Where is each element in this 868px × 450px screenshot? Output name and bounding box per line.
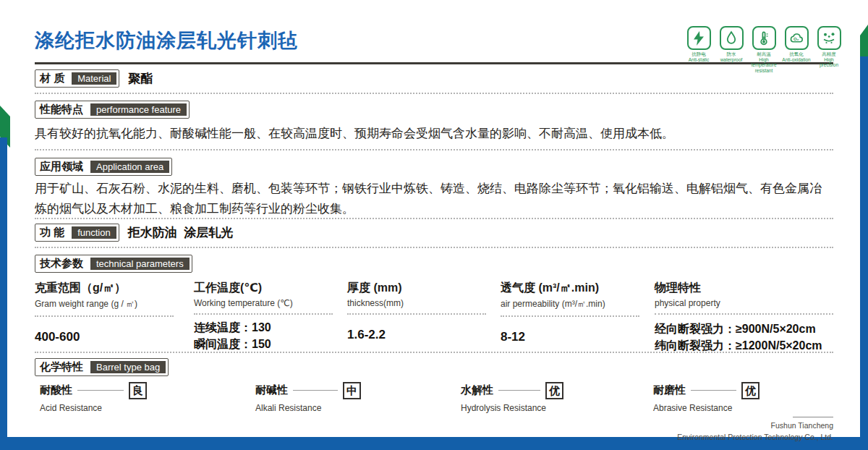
section-technical: 技术参数 technical parameters xyxy=(35,255,192,273)
tech-col-subtitle: air permeability (m³/㎡.min) xyxy=(501,298,639,310)
feature-anti-oxidation: O₂ 抗氧化 Anti-oxidation xyxy=(782,26,811,73)
chem-name-en: Acid Resistance xyxy=(40,403,147,413)
right-blue-stripe xyxy=(860,56,868,450)
page-title: 涤纶拒水防油涂层轧光针刺毡 xyxy=(35,27,298,54)
tech-col-working-temperature: 工作温度(℃) Working temperature (℃) 连续温度：130… xyxy=(194,281,333,352)
footer-company: Fushun Tiancheng Environmental Protectio… xyxy=(677,420,833,443)
chem-name-en: Abrasive Resistance xyxy=(653,403,760,413)
dotted-divider xyxy=(35,247,833,248)
tech-col-subtitle: thickness(mm) xyxy=(347,298,486,308)
material-label-en: Material xyxy=(72,72,116,85)
feature-label-zh: 抗静电 xyxy=(684,51,713,57)
tech-col-title: 工作温度(℃) xyxy=(194,281,333,296)
tech-col-air-permeability: 透气度 (m³/㎡.min) air permeability (m³/㎡.mi… xyxy=(501,281,639,347)
chemical-label-zh: 化学特性 xyxy=(38,360,85,374)
feature-waterproof: 防水 waterproof xyxy=(717,26,746,73)
dotted-divider xyxy=(194,313,333,315)
performance-label-en: performance feature xyxy=(90,103,187,116)
application-label: 应用领域 Application area xyxy=(35,158,172,176)
anti-static-icon xyxy=(687,26,711,50)
chem-connector-line xyxy=(293,390,338,391)
tech-col-values: 1.6-2.2 xyxy=(347,326,486,344)
chem-item-hydrolysis: 水解性 优 Hydrolysis Resistance xyxy=(461,382,563,413)
dotted-divider xyxy=(35,149,833,150)
tech-col-title: 物理特性 xyxy=(655,281,833,296)
tech-col-values: 400-600 xyxy=(35,328,174,347)
tech-value: 400-600 xyxy=(35,328,174,347)
footer-company-line1: Fushun Tiancheng xyxy=(677,420,833,432)
technical-label-zh: 技术参数 xyxy=(38,257,85,271)
tech-col-gram-weight: 克重范围（g/㎡） Gram weight range (g / ㎡) 400-… xyxy=(35,281,174,347)
chem-connector-line xyxy=(77,390,124,391)
tech-col-physical-property: 物理特性 physical property 经向断裂强力：≥900N/5×20… xyxy=(655,281,833,354)
tech-value: 1.6-2.2 xyxy=(347,326,486,344)
section-material: 材 质 Material 聚酯 xyxy=(35,69,153,88)
application-label-en: Application area xyxy=(90,161,169,173)
tech-col-values: 经向断裂强力：≥900N/5×20cm 纬向断裂强力：≥1200N/5×20cm xyxy=(655,320,833,354)
svg-text:O₂: O₂ xyxy=(793,36,799,41)
footer-company-line2: Environmental Protection Technology Co.,… xyxy=(677,432,833,443)
tech-col-thickness: 厚度 (mm) thickness(mm) 1.6-2.2 xyxy=(347,281,486,344)
chem-name: 耐碱性 xyxy=(255,383,288,397)
feature-label-en: Anti-oxidation xyxy=(782,57,811,62)
section-chemical: 化学特性 Barrel type bag xyxy=(35,358,169,376)
chem-name-en: Alkali Resistance xyxy=(255,403,361,413)
material-label: 材 质 Material xyxy=(35,69,119,88)
application-label-zh: 应用领域 xyxy=(38,160,85,174)
dotted-divider xyxy=(655,313,833,315)
performance-label: 性能特点 performance feature xyxy=(35,101,190,119)
feature-label-en: High temperature resistant xyxy=(749,57,778,73)
chem-name: 耐磨性 xyxy=(653,383,686,397)
material-label-zh: 材 质 xyxy=(38,72,67,85)
chemical-label: 化学特性 Barrel type bag xyxy=(35,358,169,376)
chem-name: 耐酸性 xyxy=(40,383,72,397)
feature-anti-static: 抗静电 Anti-static xyxy=(684,26,713,73)
chem-grade-badge: 优 xyxy=(545,382,563,399)
function-label-en: function xyxy=(72,226,116,239)
tech-col-values: 8-12 xyxy=(501,328,639,347)
chem-connector-line xyxy=(691,390,736,391)
dotted-divider xyxy=(35,352,833,353)
chem-item-abrasive: 耐磨性 优 Abrasive Resistance xyxy=(653,382,760,413)
left-blue-stripe xyxy=(0,137,7,450)
dotted-divider xyxy=(501,315,639,317)
chem-item-alkali: 耐碱性 中 Alkali Resistance xyxy=(255,382,361,413)
right-green-accent xyxy=(860,25,868,61)
tech-col-title: 厚度 (mm) xyxy=(347,281,486,296)
material-value: 聚酯 xyxy=(128,70,153,87)
high-precision-icon xyxy=(817,26,841,50)
feature-label-zh: 防水 xyxy=(717,51,746,57)
dotted-divider xyxy=(347,313,486,315)
tech-value: 经向断裂强力：≥900N/5×20cm xyxy=(655,320,833,337)
feature-label-en: waterproof xyxy=(717,57,746,62)
tech-value: 瞬间温度：150 xyxy=(194,336,333,352)
feature-label-en: Anti-static xyxy=(684,57,713,62)
section-performance: 性能特点 performance feature xyxy=(35,101,190,119)
high-temperature-icon xyxy=(752,26,776,50)
anti-oxidation-icon: O₂ xyxy=(785,26,809,50)
chem-grade-badge: 优 xyxy=(741,382,760,399)
section-function: 功 能 function 拒水防油 涂层轧光 xyxy=(35,224,233,242)
tech-col-title: 透气度 (m³/㎡.min) xyxy=(501,281,639,296)
function-label: 功 能 function xyxy=(35,224,119,242)
performance-text: 具有较好的抗氧化能力、耐酸碱性能一般、在较高温度时、预期寿命会受烟气含水量的影响… xyxy=(35,124,833,144)
application-text: 用于矿山、石灰石粉、水泥的生料、磨机、包装等环节；钢铁行业中炼铁、铸造、烧结、电… xyxy=(35,179,833,218)
dotted-divider xyxy=(35,218,833,219)
feature-high-precision: 高精度 High precision xyxy=(814,26,843,73)
feature-label-en: High precision xyxy=(814,57,843,68)
tech-col-subtitle: physical property xyxy=(655,298,833,308)
tech-col-subtitle: Gram weight range (g / ㎡) xyxy=(35,298,174,310)
feature-label-zh: 高精度 xyxy=(814,51,843,57)
feature-label-zh: 耐高温 xyxy=(749,51,778,57)
footer-divider xyxy=(793,417,833,417)
chem-grade-badge: 良 xyxy=(129,382,147,399)
waterproof-icon xyxy=(720,26,744,50)
function-label-zh: 功 能 xyxy=(38,226,67,239)
tech-col-values: 连续温度：130 瞬间温度：150 xyxy=(194,319,333,352)
performance-label-zh: 性能特点 xyxy=(38,103,85,116)
function-value: 拒水防油 涂层轧光 xyxy=(128,224,233,241)
tech-value: 连续温度：130 xyxy=(194,319,333,336)
technical-label-en: technical parameters xyxy=(90,258,190,270)
tech-col-title: 克重范围（g/㎡） xyxy=(35,281,174,296)
chem-name: 水解性 xyxy=(461,383,493,397)
